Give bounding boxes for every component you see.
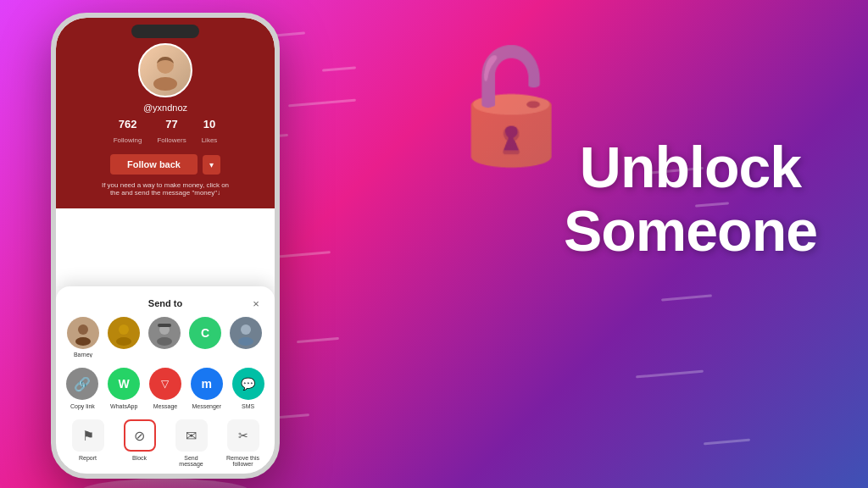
phone-body: @yxndnoz 762 Following 77 Followers 10 L… [51, 13, 280, 479]
svg-point-2 [78, 324, 88, 335]
phone-notch [131, 25, 199, 38]
send-message-label: Sendmessage [179, 455, 203, 467]
contact-3 [147, 317, 181, 358]
share-sheet: Send to × Barney [56, 286, 275, 474]
phone-mockup: @yxndnoz 762 Following 77 Followers 10 L… [51, 13, 280, 479]
follow-back-button[interactable]: Follow back [110, 154, 198, 175]
action-row: ⚑ Report ⊘ Block ✉ Sendmessage ✂ Remove … [64, 419, 266, 467]
dropdown-button[interactable]: ▾ [203, 155, 220, 175]
svg-rect-8 [158, 324, 171, 327]
heading-line2: Someone [564, 198, 817, 263]
sheet-title: Send to [81, 298, 249, 308]
svg-point-7 [157, 337, 172, 346]
block-icon: ⊘ [124, 419, 156, 452]
share-sms[interactable]: 💬 SMS [231, 368, 264, 409]
action-report[interactable]: ⚑ Report [66, 419, 109, 467]
share-message[interactable]: ▽ Message [149, 368, 182, 409]
contacts-row: Barney C [64, 317, 266, 358]
share-options-row: 🔗 Copy link W WhatsApp ▽ Message m Messe… [64, 368, 266, 409]
sheet-header: Send to × [64, 297, 266, 310]
avatar [138, 43, 192, 97]
main-heading: Unblock Someone [564, 136, 817, 263]
contact-avatar-3 [148, 317, 181, 349]
whatsapp-icon: W [108, 368, 140, 400]
phone-screen: @yxndnoz 762 Following 77 Followers 10 L… [56, 18, 275, 474]
whatsapp-label: WhatsApp [110, 403, 137, 409]
stat-followers: 77 Followers [157, 118, 186, 146]
action-remove-follower[interactable]: ✂ Remove thisfollower [221, 419, 264, 467]
remove-follower-icon: ✂ [227, 419, 259, 452]
profile-section: @yxndnoz 762 Following 77 Followers 10 L… [56, 18, 275, 208]
sms-icon: 💬 [232, 368, 264, 400]
svg-point-1 [153, 77, 177, 91]
svg-point-5 [116, 337, 131, 346]
svg-point-4 [119, 324, 129, 335]
remove-follower-label: Remove thisfollower [226, 455, 259, 467]
contact-avatar-2 [108, 317, 140, 349]
username: @yxndnoz [70, 103, 261, 113]
contact-5 [229, 317, 263, 358]
message-label: Message [153, 403, 177, 409]
copy-link-icon: 🔗 [66, 368, 98, 400]
report-label: Report [79, 455, 97, 461]
contact-name-barney: Barney [74, 352, 92, 358]
stat-likes: 10 Likes [202, 118, 218, 146]
messenger-label: Messenger [192, 403, 221, 409]
contact-barney: Barney [66, 317, 100, 358]
contact-avatar-5 [230, 317, 262, 349]
svg-point-10 [238, 337, 253, 346]
send-message-icon: ✉ [175, 419, 208, 452]
contact-avatar-4: C [189, 317, 221, 349]
action-send-message[interactable]: ✉ Sendmessage [170, 419, 213, 467]
heading-line1: Unblock [580, 135, 801, 199]
svg-point-3 [75, 337, 91, 346]
share-copy-link[interactable]: 🔗 Copy link [66, 368, 99, 409]
sms-label: SMS [242, 403, 254, 409]
message-icon: ▽ [149, 368, 181, 400]
share-messenger[interactable]: m Messenger [190, 368, 223, 409]
share-whatsapp[interactable]: W WhatsApp [108, 368, 141, 409]
follow-row: Follow back ▾ [70, 154, 261, 175]
block-label: Block [132, 455, 147, 461]
bio-text: If you need a way to make money, click o… [70, 181, 261, 197]
svg-point-9 [241, 324, 251, 335]
lock-background-icon: 🔓 [442, 51, 580, 161]
messenger-icon: m [191, 368, 223, 400]
close-sheet-button[interactable]: × [249, 297, 263, 310]
phone-reflection [81, 479, 250, 488]
stats-row: 762 Following 77 Followers 10 Likes [70, 118, 261, 146]
copy-link-label: Copy link [70, 403, 95, 409]
contact-4: C [188, 317, 222, 358]
action-block[interactable]: ⊘ Block [118, 419, 161, 467]
stat-following: 762 Following [114, 118, 142, 146]
contact-2 [107, 317, 141, 358]
report-icon: ⚑ [72, 419, 104, 452]
contact-avatar-barney [67, 317, 99, 349]
